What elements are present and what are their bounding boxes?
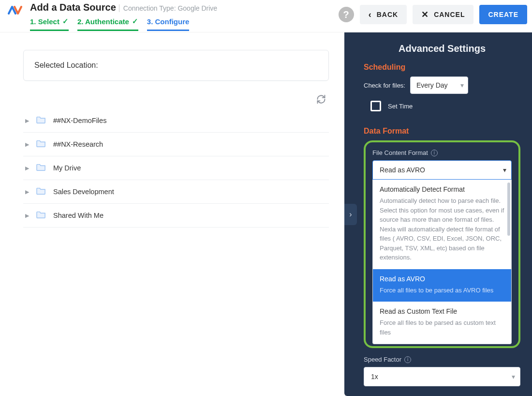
advanced-settings-panel: › Advanced Settings Scheduling Check for…: [344, 32, 532, 396]
main-panel: Selected Location: ▶ ##NX-DemoFiles: [0, 32, 344, 396]
speed-factor-label: Speed Factor: [364, 356, 401, 363]
check-icon: ✓: [132, 17, 138, 26]
app-logo: [5, 2, 25, 16]
folder-icon: [36, 186, 46, 197]
folder-name: Sales Development: [53, 188, 114, 196]
button-label: BACK: [377, 11, 398, 18]
page-title: Add a Data Source: [30, 2, 116, 13]
set-time-checkbox[interactable]: [370, 101, 381, 111]
folder-name: My Drive: [53, 164, 81, 172]
option-desc: Force all files to be parsed as custom t…: [380, 318, 504, 337]
check-icon: ✓: [62, 17, 69, 26]
highlight-box: File Content Format i Read as AVRO ▾ Aut…: [364, 140, 520, 348]
check-files-label: Check for files:: [364, 82, 405, 89]
chevron-down-icon: ▾: [512, 373, 515, 381]
back-button[interactable]: ‹ BACK: [360, 5, 407, 24]
top-bar: Add a Data Source Connection Type: Googl…: [0, 0, 532, 31]
chevron-down-icon: ▾: [503, 166, 506, 174]
step-label: 3. Configure: [147, 17, 190, 26]
expand-icon[interactable]: ▶: [25, 165, 29, 171]
selected-location-label: Selected Location:: [34, 61, 98, 69]
option-desc: Automatically detect how to parse each f…: [380, 196, 504, 262]
scheduling-section-label: Scheduling: [364, 63, 520, 72]
option-title: Read as AVRO: [380, 275, 504, 283]
check-files-select[interactable]: Every Day ▾: [410, 76, 468, 94]
expand-icon[interactable]: ▶: [25, 189, 29, 195]
sidebar-title: Advanced Settings: [364, 43, 520, 54]
collapse-sidebar-button[interactable]: ›: [344, 204, 357, 225]
folder-row[interactable]: ▶ Shared With Me: [23, 204, 329, 228]
close-icon: ✕: [421, 9, 429, 20]
option-title: Read as Custom Text File: [380, 307, 504, 315]
step-label: 2. Authenticate: [77, 17, 129, 26]
connection-type: Connection Type: Google Drive: [119, 4, 217, 12]
scrollbar[interactable]: [507, 183, 510, 236]
option-desc: Force all files to be parsed as AVRO fil…: [380, 286, 504, 295]
data-format-section-label: Data Format: [364, 127, 520, 136]
option-title: Automatically Detect Format: [380, 185, 504, 193]
folder-icon: [36, 210, 46, 221]
folder-row[interactable]: ▶ My Drive: [23, 156, 329, 180]
folder-name: ##NX-DemoFiles: [53, 117, 106, 124]
format-option-avro[interactable]: Read as AVRO Force all files to be parse…: [373, 269, 511, 302]
folder-icon: [36, 139, 46, 150]
select-value: Every Day: [416, 81, 448, 89]
folder-name: ##NX-Research: [53, 140, 103, 148]
file-content-format-select[interactable]: Read as AVRO ▾: [372, 160, 512, 180]
step-authenticate[interactable]: 2. Authenticate ✓: [77, 15, 138, 31]
step-configure[interactable]: 3. Configure: [147, 15, 190, 31]
step-select[interactable]: 1. Select ✓: [30, 15, 69, 31]
set-time-label: Set Time: [388, 103, 413, 110]
help-button[interactable]: ?: [339, 7, 354, 22]
refresh-button[interactable]: [316, 94, 326, 106]
speed-factor-select[interactable]: 1x ▾: [364, 367, 520, 386]
file-content-format-label: File Content Format: [372, 149, 428, 156]
format-option-edi[interactable]: Read as EDI: [373, 344, 511, 344]
format-option-custom-text[interactable]: Read as Custom Text File Force all files…: [373, 302, 511, 344]
step-label: 1. Select: [30, 17, 59, 26]
info-icon[interactable]: i: [431, 150, 438, 156]
format-option-auto[interactable]: Automatically Detect Format Automaticall…: [373, 180, 511, 269]
select-value: 1x: [371, 373, 378, 381]
expand-icon[interactable]: ▶: [25, 118, 29, 124]
select-value: Read as AVRO: [380, 166, 425, 174]
cancel-button[interactable]: ✕ CANCEL: [413, 5, 473, 24]
wizard-steps: 1. Select ✓ 2. Authenticate ✓ 3. Configu…: [30, 15, 334, 31]
file-content-format-dropdown: Automatically Detect Format Automaticall…: [372, 180, 512, 344]
create-button[interactable]: CREATE: [479, 5, 527, 24]
folder-row[interactable]: ▶ Sales Development: [23, 180, 329, 204]
selected-location-card: Selected Location:: [23, 50, 329, 81]
folder-row[interactable]: ▶ ##NX-Research: [23, 133, 329, 156]
folder-icon: [36, 163, 46, 173]
folder-icon: [36, 115, 46, 126]
folder-list: ▶ ##NX-DemoFiles ▶ ##NX-Research ▶ My Dr…: [23, 94, 329, 228]
expand-icon[interactable]: ▶: [25, 213, 29, 219]
chevron-left-icon: ‹: [369, 10, 372, 20]
button-label: CANCEL: [434, 11, 465, 18]
folder-name: Shared With Me: [53, 212, 103, 219]
info-icon[interactable]: i: [404, 356, 411, 363]
chevron-down-icon: ▾: [460, 81, 464, 89]
button-label: CREATE: [488, 11, 518, 18]
folder-row[interactable]: ▶ ##NX-DemoFiles: [23, 109, 329, 133]
expand-icon[interactable]: ▶: [25, 141, 29, 148]
